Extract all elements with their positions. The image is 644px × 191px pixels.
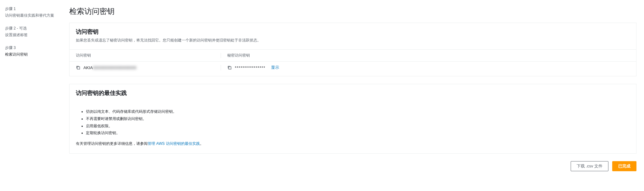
access-key-value: AKIAXXXXXXXXXXXXXXXX <box>83 65 136 70</box>
wizard-step-2[interactable]: 步骤 2 - 可选 设置描述标签 <box>5 26 61 38</box>
access-key-prefix: AKIA <box>83 65 93 70</box>
panel-title: 访问密钥的最佳实践 <box>76 89 630 97</box>
best-practices-list: 切勿以纯文本、代码存储库或代码形式存储访问密钥。 不再需要时请禁用或删除访问密钥… <box>76 108 630 137</box>
copy-icon[interactable] <box>227 65 232 70</box>
svg-rect-0 <box>77 67 80 69</box>
best-practices-panel: 访问密钥的最佳实践 切勿以纯文本、代码存储库或代码形式存储访问密钥。 不再需要时… <box>69 84 636 154</box>
step-title: 访问密钥最佳实践和替代方案 <box>5 13 61 18</box>
wizard-sidebar: 步骤 1 访问密钥最佳实践和替代方案 步骤 2 - 可选 设置描述标签 步骤 3… <box>0 0 66 191</box>
action-bar: 下载 .csv 文件 已完成 <box>69 161 636 171</box>
column-header-secret-key: 秘密访问密钥 <box>221 53 630 58</box>
step-label: 步骤 1 <box>5 6 61 12</box>
show-secret-link[interactable]: 显示 <box>271 65 279 70</box>
best-practices-footer: 有关管理访问密钥的更多详细信息，请参阅管理 AWS 访问密钥的最佳实践。 <box>76 141 630 146</box>
list-item: 切勿以纯文本、代码存储库或代码形式存储访问密钥。 <box>86 108 630 115</box>
table-row: AKIAXXXXXXXXXXXXXXXX **************** 显示 <box>70 61 636 76</box>
panel-header: 访问密钥的最佳实践 <box>70 84 636 101</box>
table-header-row: 访问密钥 秘密访问密钥 <box>70 49 636 61</box>
list-item: 不再需要时请禁用或删除访问密钥。 <box>86 115 630 123</box>
column-header-access-key: 访问密钥 <box>76 53 221 58</box>
access-key-cell: AKIAXXXXXXXXXXXXXXXX <box>76 65 221 70</box>
step-title: 检索访问密钥 <box>5 52 61 57</box>
access-key-table: 访问密钥 秘密访问密钥 AKIAXXXXXXXXXXXXXXXX <box>70 49 636 76</box>
panel-description: 如果您丢失或遗忘了秘密访问密钥，将无法找回它。您只能创建一个新的访问密钥并使旧密… <box>76 37 630 43</box>
svg-rect-1 <box>229 67 231 69</box>
step-label: 步骤 2 - 可选 <box>5 26 61 31</box>
list-item: 定期轮换访问密钥。 <box>86 129 630 137</box>
copy-icon[interactable] <box>76 65 80 70</box>
access-key-redacted: XXXXXXXXXXXXXXXX <box>93 65 137 70</box>
best-practices-body: 切勿以纯文本、代码存储库或代码形式存储访问密钥。 不再需要时请禁用或删除访问密钥… <box>70 101 636 153</box>
main-content: 检索访问密钥 访问密钥 如果您丢失或遗忘了秘密访问密钥，将无法找回它。您只能创建… <box>66 0 644 191</box>
access-key-panel: 访问密钥 如果您丢失或遗忘了秘密访问密钥，将无法找回它。您只能创建一个新的访问密… <box>69 23 636 76</box>
best-practices-link[interactable]: 管理 AWS 访问密钥的最佳实践 <box>148 141 200 146</box>
step-title: 设置描述标签 <box>5 32 61 38</box>
footer-prefix: 有关管理访问密钥的更多详细信息，请参阅 <box>76 141 148 146</box>
done-button[interactable]: 已完成 <box>612 161 636 171</box>
download-csv-button[interactable]: 下载 .csv 文件 <box>571 161 608 171</box>
panel-header: 访问密钥 如果您丢失或遗忘了秘密访问密钥，将无法找回它。您只能创建一个新的访问密… <box>70 23 636 46</box>
secret-key-masked: **************** <box>235 65 265 70</box>
wizard-step-3[interactable]: 步骤 3 检索访问密钥 <box>5 45 61 57</box>
panel-title: 访问密钥 <box>76 28 630 35</box>
secret-key-cell: **************** 显示 <box>221 65 630 70</box>
wizard-step-1[interactable]: 步骤 1 访问密钥最佳实践和替代方案 <box>5 6 61 18</box>
step-label: 步骤 3 <box>5 45 61 51</box>
list-item: 启用最低权限。 <box>86 123 630 130</box>
page-title: 检索访问密钥 <box>69 6 636 16</box>
footer-suffix: 。 <box>200 141 204 146</box>
